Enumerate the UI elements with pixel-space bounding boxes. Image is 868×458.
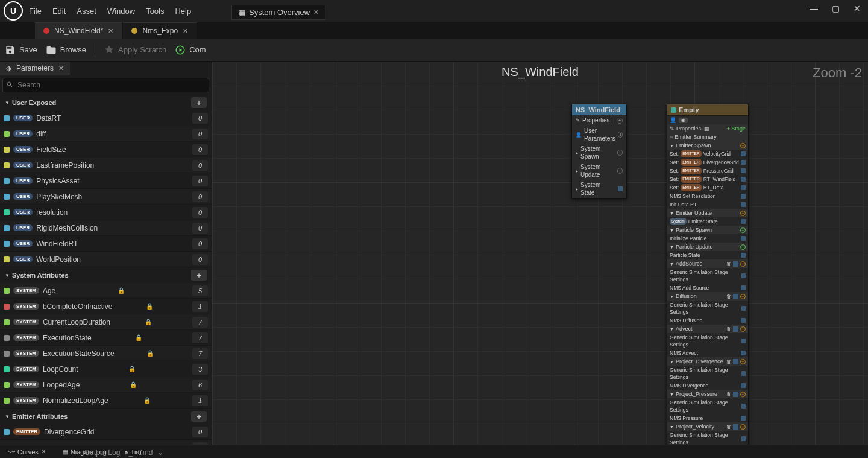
module-item[interactable]: NMS Add Source <box>667 284 748 292</box>
add-icon[interactable]: + <box>740 261 746 267</box>
menu-window[interactable]: Window <box>107 7 135 16</box>
section-header[interactable]: ▼Emitter Spawn+ <box>667 141 748 150</box>
param-row[interactable]: SYSTEMLoopCount🔒3 <box>0 361 212 377</box>
param-row[interactable]: USERRigidMeshCollision0 <box>0 220 212 236</box>
param-row[interactable]: SYSTEMNormalizedLoopAge🔒1 <box>0 393 212 409</box>
trash-icon[interactable]: 🗑 <box>726 424 731 430</box>
menu-help[interactable]: Help <box>175 7 191 16</box>
module-item[interactable]: Generic Simulation Stage Settings <box>667 268 748 284</box>
module-item[interactable]: NMS Diffusion <box>667 316 748 325</box>
add-icon[interactable]: + <box>740 359 746 364</box>
browse-button[interactable]: Browse <box>46 45 86 56</box>
checkbox-icon[interactable] <box>741 404 746 409</box>
module-item[interactable]: Generic Simulation Stage Settings <box>667 431 748 445</box>
module-item[interactable]: Initialize Particle <box>667 234 748 243</box>
close-icon[interactable]: ✕ <box>108 27 113 35</box>
search-input[interactable] <box>2 78 209 92</box>
module-item[interactable]: NMS Divergence <box>667 381 748 390</box>
module-item[interactable]: Set:EMITTERPressureGrid <box>667 167 748 175</box>
checkbox-icon[interactable] <box>741 416 746 421</box>
checkbox-icon[interactable] <box>741 273 746 278</box>
add-icon[interactable]: + <box>740 326 746 332</box>
checkbox-icon[interactable] <box>741 306 746 311</box>
param-row[interactable]: USERDataRT0 <box>0 110 212 126</box>
checkbox-icon[interactable] <box>741 236 746 241</box>
param-row[interactable]: USERPlaySkelMesh0 <box>0 189 212 205</box>
checkbox-icon[interactable] <box>741 351 746 355</box>
checkbox-icon[interactable] <box>741 285 746 290</box>
module-item[interactable]: Set:EMITTERRT_Data <box>667 183 748 192</box>
checkbox-icon[interactable] <box>733 261 738 267</box>
module-item[interactable]: Set:EMITTERDivergenceGrid <box>667 158 748 167</box>
add-icon[interactable]: + <box>740 143 746 148</box>
module-item[interactable]: Particle State <box>667 251 748 259</box>
menu-edit[interactable]: Edit <box>52 7 66 16</box>
checkbox-icon[interactable] <box>733 326 738 332</box>
checkbox-icon[interactable] <box>741 202 746 207</box>
add-icon[interactable]: + <box>740 424 746 430</box>
param-row[interactable]: SYSTEMbCompleteOnInactive🔒1 <box>0 299 212 314</box>
doc-tab[interactable]: NS_WindField*✕ <box>35 22 122 39</box>
save-button[interactable]: Save <box>5 45 37 56</box>
checkbox-icon[interactable] <box>741 177 746 182</box>
minimize-button[interactable]: — <box>807 4 821 13</box>
checkbox-icon[interactable] <box>741 185 746 190</box>
output-log-label[interactable]: Output Log <box>84 448 120 457</box>
curves-tab[interactable]: 〰 Curves ✕ <box>4 447 51 457</box>
section-header[interactable]: ▼Project_Velocity🗑+ <box>667 422 748 431</box>
sys-row[interactable]: ▸System State <box>572 180 626 198</box>
param-row[interactable]: SYSTEMExecutionStateSource🔒7 <box>0 346 212 361</box>
close-icon[interactable]: ✕ <box>41 448 46 456</box>
maximize-button[interactable]: ▢ <box>828 4 843 13</box>
checkbox-icon[interactable] <box>741 219 746 224</box>
menu-file[interactable]: File <box>29 7 42 16</box>
doc-tab[interactable]: Nms_Expo✕ <box>123 22 197 39</box>
checkbox-icon[interactable] <box>741 436 746 441</box>
param-row[interactable]: USERFieldSize0 <box>0 142 212 157</box>
param-row[interactable]: USERresolution0 <box>0 205 212 220</box>
checkbox-icon[interactable] <box>671 107 676 113</box>
param-row[interactable]: SYSTEMCurrentLoopDuration🔒7 <box>0 314 212 330</box>
cmd-label[interactable]: Cmd <box>137 448 153 457</box>
module-item[interactable]: Generic Simulation Stage Settings <box>667 398 748 414</box>
checkbox-icon[interactable] <box>618 186 623 191</box>
emitter-node[interactable]: Empty 👤 ◉ ✎ Properties ▦ + Stage ≡ Emitt… <box>667 104 749 445</box>
close-icon[interactable]: ✕ <box>58 65 64 72</box>
section-header[interactable]: ▼Project_Pressure🗑+ <box>667 390 748 398</box>
module-item[interactable]: Generic Simulation Stage Settings <box>667 366 748 381</box>
module-item[interactable]: Set:EMITTERVelocityGrid <box>667 150 748 158</box>
add-button[interactable]: ＋ <box>191 411 207 422</box>
section-header[interactable]: ▼Emitter Update+ <box>667 209 748 217</box>
checkbox-icon[interactable] <box>733 392 738 397</box>
module-item[interactable]: Generic Simulation Stage Settings <box>667 301 748 316</box>
add-button[interactable]: ＋ <box>191 270 207 281</box>
checkbox-icon[interactable] <box>741 151 746 156</box>
trash-icon[interactable]: 🗑 <box>726 359 731 364</box>
checkbox-icon[interactable] <box>741 383 746 388</box>
checkbox-icon[interactable] <box>741 339 746 343</box>
trash-icon[interactable]: 🗑 <box>726 392 731 397</box>
add-icon[interactable]: + <box>740 392 746 397</box>
module-item[interactable]: Set:EMITTERRT_WindField <box>667 175 748 183</box>
param-row[interactable]: SYSTEMLoopedAge🔒6 <box>0 377 212 393</box>
sys-row[interactable]: ▸System Spawn+ <box>572 144 626 162</box>
checkbox-icon[interactable] <box>741 168 746 173</box>
group-header[interactable]: ▼System Attributes＋ <box>0 267 212 283</box>
section-header[interactable]: ▼Advect🗑+ <box>667 325 748 333</box>
menu-asset[interactable]: Asset <box>77 7 96 16</box>
close-icon[interactable]: ✕ <box>183 27 188 35</box>
close-icon[interactable]: ✕ <box>313 8 319 16</box>
param-row[interactable]: USERPhysicsAsset0 <box>0 173 212 189</box>
param-row[interactable]: USERWindFieldRT0 <box>0 236 212 252</box>
add-icon[interactable]: + <box>740 294 746 299</box>
checkbox-icon[interactable] <box>741 194 746 199</box>
graph-viewport[interactable]: NS_WindField Zoom -2 NS_WindField ✎Prope… <box>212 62 868 445</box>
add-icon[interactable]: + <box>740 211 746 216</box>
sys-row[interactable]: 👤User Parameters+ <box>572 126 626 144</box>
chevron-down-icon[interactable]: ⌄ <box>157 448 163 457</box>
trash-icon[interactable]: 🗑 <box>726 326 731 332</box>
param-row[interactable]: USERWorldPosition0 <box>0 252 212 267</box>
section-header[interactable]: ▼AddSource🗑+ <box>667 259 748 268</box>
trash-icon[interactable]: 🗑 <box>726 261 731 267</box>
add-icon[interactable]: + <box>618 132 623 138</box>
